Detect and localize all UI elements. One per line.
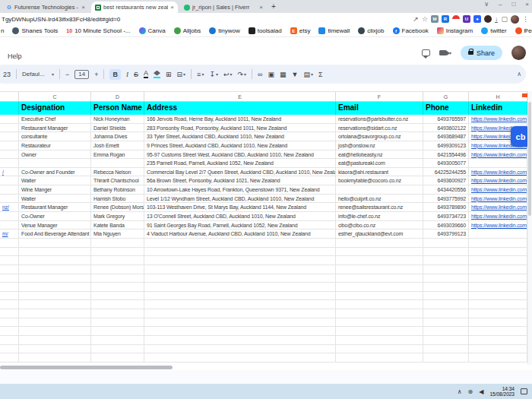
cell[interactable]: 6421554496 xyxy=(423,150,469,160)
cell[interactable] xyxy=(423,327,469,336)
cell[interactable] xyxy=(0,221,19,230)
cell[interactable]: Food And Beverage Attendant xyxy=(19,230,91,239)
cell[interactable]: 6493689487 xyxy=(423,132,469,141)
cell[interactable]: / xyxy=(0,168,19,177)
cell[interactable] xyxy=(469,345,527,354)
cell[interactable] xyxy=(336,318,423,328)
bookmark-item[interactable]: fFacebook xyxy=(393,27,429,34)
bookmark-item[interactable]: Alljobs xyxy=(174,27,201,34)
cell[interactable]: 64225244255 xyxy=(423,168,469,177)
meet-call-button[interactable]: ▾ xyxy=(439,50,451,55)
cell[interactable]: 6493602122 xyxy=(423,124,469,133)
cell[interactable] xyxy=(19,283,91,292)
menu-help[interactable]: Help xyxy=(8,52,22,60)
insert-chart-button[interactable]: ▦ xyxy=(280,70,287,79)
tab-best-restaurants[interactable]: best restaurants new zealand - G × xyxy=(91,2,178,13)
decrease-font-size-button[interactable]: − xyxy=(65,70,69,79)
cell[interactable]: https://www.linkedin.com/in/em xyxy=(469,150,527,160)
cell[interactable] xyxy=(336,353,423,363)
cell[interactable] xyxy=(0,124,19,133)
toolbar-collapse-button[interactable]: ∧ xyxy=(517,71,521,78)
text-color-button[interactable]: A xyxy=(144,70,148,78)
cell[interactable]: 6493734723 xyxy=(423,212,469,221)
vertical-scrollbar[interactable] xyxy=(527,91,532,365)
cell[interactable]: Emma Rogan xyxy=(91,150,144,160)
cell[interactable]: 6493799123 xyxy=(423,230,469,239)
split-window-icon[interactable]: ▢ xyxy=(501,15,508,23)
cell[interactable]: 13 O'Connell Street, Auckland CBD, Auckl… xyxy=(144,212,336,221)
cell[interactable] xyxy=(0,265,19,274)
cell[interactable] xyxy=(0,248,19,257)
table-header-cell[interactable] xyxy=(0,102,19,115)
cell[interactable] xyxy=(0,309,19,318)
column-header-E[interactable]: E xyxy=(144,92,336,101)
cell[interactable] xyxy=(423,345,469,354)
cell[interactable] xyxy=(19,353,91,363)
cell[interactable] xyxy=(336,256,423,265)
cell[interactable]: Mia Nguyen xyxy=(91,230,144,239)
cell[interactable] xyxy=(91,327,144,336)
cell[interactable]: consultante xyxy=(19,132,91,141)
minimize-icon[interactable]: – xyxy=(499,1,502,8)
cell[interactable] xyxy=(0,292,19,301)
bookmark-item[interactable]: clixjob xyxy=(358,27,384,34)
bookmark-item[interactable]: timewall xyxy=(318,27,350,34)
cell[interactable]: Co-Owner xyxy=(19,212,91,221)
cell[interactable]: Wine Manger xyxy=(19,185,91,195)
cell[interactable]: Restaurateur xyxy=(19,141,91,150)
cell[interactable]: https://www.linkedin.com/in/ka xyxy=(469,221,527,230)
cell[interactable]: Executive Chef xyxy=(19,115,91,124)
notification-center-icon[interactable] xyxy=(521,388,527,394)
cell[interactable] xyxy=(423,239,469,248)
cell[interactable]: Restaurant Manager xyxy=(19,203,91,212)
cell[interactable] xyxy=(144,353,336,363)
cell[interactable]: 33 Tyler Street, Auckland CBD, Auckland … xyxy=(144,132,336,141)
create-filter-button[interactable]: ▼ xyxy=(292,70,299,79)
share-button[interactable]: Share xyxy=(461,46,502,60)
cell[interactable] xyxy=(469,230,527,239)
cell[interactable]: Commercial Bay Level 2/7 Queen Street, A… xyxy=(144,168,336,177)
cell[interactable] xyxy=(144,309,336,318)
extension-2-icon[interactable]: R xyxy=(442,15,449,23)
cell[interactable] xyxy=(469,309,527,318)
insert-comment-button[interactable]: ▣ xyxy=(268,70,275,79)
merge-cells-button[interactable]: ⊟▾ xyxy=(177,70,186,79)
horizontal-align-button[interactable]: ≡▾ xyxy=(197,70,204,79)
cell[interactable]: Waiter xyxy=(19,176,91,185)
cell[interactable] xyxy=(0,256,19,265)
cell[interactable] xyxy=(144,239,336,248)
cell[interactable] xyxy=(0,150,19,160)
cell[interactable] xyxy=(19,345,91,354)
cell[interactable] xyxy=(423,248,469,257)
bookmarks-overflow-icon[interactable]: » xyxy=(524,27,527,35)
extension-5-icon[interactable]: ● xyxy=(473,15,481,23)
cell[interactable] xyxy=(144,292,336,301)
column-header-G[interactable]: G xyxy=(423,92,469,101)
cell[interactable]: 95-97 Customs Street West, Auckland CBD,… xyxy=(144,150,336,160)
cell[interactable]: 6493775992 xyxy=(423,195,469,204)
cell[interactable] xyxy=(91,353,144,363)
table-header-cell[interactable]: Email xyxy=(336,102,423,115)
cell[interactable] xyxy=(91,159,144,168)
column-header-F[interactable]: F xyxy=(336,92,423,101)
text-wrapping-button[interactable]: ↩▾ xyxy=(223,70,233,79)
bookmark-item[interactable]: Shanes Tools xyxy=(12,27,58,34)
bookmark-star-icon[interactable]: ☆ xyxy=(422,15,428,23)
cell[interactable]: 6493600927 xyxy=(423,176,469,185)
bookmark-item[interactable]: Instagram xyxy=(437,27,473,34)
cell[interactable] xyxy=(144,336,336,345)
cell[interactable]: Restaurant Manager xyxy=(19,124,91,133)
tab-futurense[interactable]: G Futurense Technologies - Googl × xyxy=(2,2,89,13)
bookmark-item[interactable]: n xyxy=(1,27,4,34)
cell[interactable] xyxy=(91,292,144,301)
cell[interactable] xyxy=(336,265,423,274)
cell[interactable]: Nick Honeyman xyxy=(91,115,144,124)
cell[interactable] xyxy=(0,353,19,363)
cell[interactable]: nz/ xyxy=(0,203,19,212)
vertical-scrollbar-thumb[interactable] xyxy=(528,102,531,216)
cell[interactable]: Waiter xyxy=(19,195,91,204)
cell[interactable] xyxy=(336,239,423,248)
cell[interactable]: Venue Manager xyxy=(19,221,91,230)
cell[interactable] xyxy=(144,256,336,265)
cell[interactable]: Johanna Dives xyxy=(91,132,144,141)
